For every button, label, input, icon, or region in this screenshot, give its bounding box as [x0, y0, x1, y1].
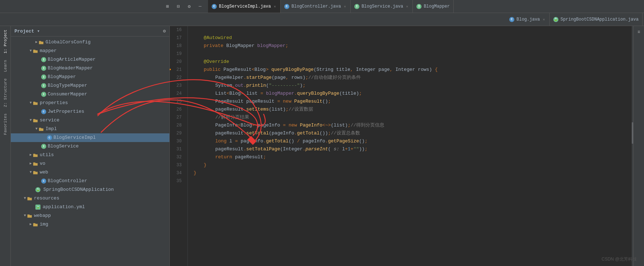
split-horizontal-icon[interactable]: ⊞	[163, 1, 173, 12]
tree-item-webapp[interactable]: ▼ webapp	[11, 211, 169, 220]
tab-blogcontroller[interactable]: C BlogController.java ✕	[281, 0, 351, 13]
tree-label-service: service	[40, 117, 60, 124]
code-line-21: public PageResult<Blog> queryBlogByPage(…	[194, 66, 632, 74]
code-line-26: pageResult.setItems(list);//设置数据	[194, 106, 632, 113]
code-line-29: pageResult.setTotal(pageInfo.getTotal())…	[194, 129, 632, 137]
folder-icon-globalcorsconfig	[38, 39, 44, 45]
tree-item-consumermapper[interactable]: I ConsumerMapper	[11, 90, 169, 99]
tabs-row2: C Blog.java ✕ 🍃 SpringBootCSDNApplicatio…	[253, 13, 644, 26]
tree-item-mapper[interactable]: ▼ mapper	[11, 47, 169, 55]
tree-item-service[interactable]: ▼ service	[11, 116, 169, 125]
sidebar-header: Project ▾ ⚙	[11, 26, 169, 37]
tree-item-blogheadermapper[interactable]: I BlogHeaderMapper	[11, 64, 169, 73]
code-line-33: }	[194, 161, 632, 169]
tab-close-blogcontroller[interactable]: ✕	[343, 4, 347, 9]
folder-icon-webapp	[27, 213, 33, 219]
tab-type-icon-blog: C	[509, 17, 514, 22]
line-num-33: 33	[170, 161, 185, 169]
code-line-22: PageHelper.startPage(page, rows);//自动创建好…	[194, 74, 632, 82]
tree-label-blogcontroller-tree: BlogController	[48, 177, 87, 185]
tree-item-blogtypemapper[interactable]: I BlogTypeMapper	[11, 81, 169, 90]
tree-item-blogcontroller-tree[interactable]: C BlogController	[11, 177, 169, 185]
tab-blogservice[interactable]: I BlogService.java ✕	[351, 0, 413, 13]
tree-label-mapper: mapper	[40, 47, 57, 55]
tree-label-blogheadermapper: BlogHeaderMapper	[48, 65, 93, 72]
line-num-29: 29	[170, 129, 185, 137]
tree-label-img: img	[40, 221, 48, 228]
settings-icon[interactable]: ⚙	[184, 1, 194, 12]
tree-label-consumermapper: ConsumerMapper	[48, 91, 87, 98]
tab-blogserviceimpl[interactable]: C BlogServiceImpl.java ✕	[208, 0, 281, 13]
tabs-row1: C BlogServiceImpl.java ✕ C BlogControlle…	[208, 0, 644, 13]
file-icon-blogservice-tree: I	[41, 144, 46, 149]
folder-icon-mapper	[33, 48, 38, 54]
folder-icon-service	[33, 117, 38, 123]
panel-learn-label[interactable]: Learn	[3, 59, 8, 73]
tab-bar-left-icons: ⊞ ⊟ ⚙ —	[0, 1, 208, 12]
tree-item-application-yml[interactable]: 🍃 application.yml	[11, 203, 169, 211]
tree-label-resources: resources	[34, 195, 59, 202]
tree-item-jwtproperties[interactable]: C JwtProperties	[11, 107, 169, 116]
right-panel-btn1[interactable]: ≡	[635, 28, 643, 36]
tab-close-blog[interactable]: ✕	[542, 17, 546, 22]
code-line-20: @Override	[194, 58, 632, 66]
tree-item-vo[interactable]: ▶ vo	[11, 159, 169, 168]
tree-item-blogservice-tree[interactable]: I BlogService	[11, 142, 169, 151]
code-content[interactable]: @Autowired private BlogMapper blogMapper…	[188, 26, 632, 266]
tree-item-blogmapper[interactable]: I BlogMapper	[11, 73, 169, 81]
file-icon-blogarticlemapper: I	[41, 57, 46, 62]
tab-type-icon-blogserviceimpl: C	[212, 4, 217, 9]
tab-close-blogserviceimpl[interactable]: ✕	[273, 4, 277, 9]
tab-label-blogmapper: BlogMapper	[424, 4, 450, 9]
editor-scrollbar[interactable]	[632, 26, 633, 266]
line-num-18: 18	[170, 42, 185, 50]
tab-blogmapper[interactable]: I BlogMapper	[413, 0, 454, 13]
code-line-27: //解析分页结果	[194, 113, 632, 121]
tree-item-resources[interactable]: ▼ resources	[11, 194, 169, 203]
tree-item-properties[interactable]: ▼ properties	[11, 99, 169, 107]
tree-item-utils[interactable]: ▶ utils	[11, 151, 169, 159]
folder-icon-web	[33, 170, 38, 175]
gear-icon[interactable]: ⚙	[163, 28, 166, 34]
folder-icon-resources	[27, 196, 33, 201]
tree-item-blogserviceimpl[interactable]: C BlogServiceImpl	[11, 133, 169, 142]
file-icon-blogtypemapper: I	[41, 83, 46, 88]
panel-favorites-label[interactable]: Favorites	[3, 112, 8, 136]
code-editor[interactable]: 16 17 18 19 20 21 22 23 24 25 26 27 28 2…	[170, 26, 633, 266]
minimize-icon[interactable]: —	[195, 1, 205, 12]
sidebar-title: Project ▾	[14, 28, 40, 34]
tree-item-img[interactable]: ▶ img	[11, 220, 169, 229]
file-icon-blogserviceimpl: C	[47, 135, 52, 140]
tree-item-web[interactable]: ▼ web	[11, 168, 169, 177]
code-line-17: @Autowired	[194, 34, 632, 42]
tab-type-icon-blogservice: I	[354, 4, 359, 9]
tab-type-icon-blogmapper: I	[416, 4, 422, 9]
tree-item-impl[interactable]: ▼ Impl	[11, 125, 169, 133]
panel-structure-label[interactable]: Z: Structure	[3, 77, 8, 108]
code-line-24: List<Blog> list = blogMapper.queryBlogBy…	[194, 90, 632, 98]
tree-label-blogservice-tree: BlogService	[48, 143, 79, 150]
file-icon-blogmapper: I	[41, 74, 46, 80]
sidebar-tree[interactable]: ▶ GlobalCorsConfig ▼ mapper	[11, 37, 169, 266]
tab-blog[interactable]: C Blog.java ✕	[506, 13, 550, 26]
tree-item-blogarticlemapper[interactable]: I BlogArticleMapper	[11, 55, 169, 64]
tree-label-properties: properties	[40, 99, 68, 107]
code-line-35	[194, 177, 632, 185]
tab-springbootapp[interactable]: 🍃 SpringBootCSDNApplication.java	[550, 13, 643, 26]
editor-scrollbar-thumb[interactable]	[632, 122, 633, 144]
line-num-16: 16	[170, 26, 185, 34]
line-num-24: 24	[170, 90, 185, 98]
folder-icon-img	[33, 222, 38, 227]
tab-close-blogservice[interactable]: ✕	[405, 4, 409, 9]
tree-item-globalcorsconfig[interactable]: ▶ GlobalCorsConfig	[11, 38, 169, 47]
tab-label-blogcontroller: BlogController.java	[291, 4, 341, 9]
folder-icon-utils	[33, 152, 38, 158]
file-icon-consumermapper: I	[41, 92, 46, 97]
line-num-27: 27	[170, 113, 185, 121]
panel-project-label[interactable]: 1: Project	[3, 28, 8, 55]
split-vertical-icon[interactable]: ⊟	[173, 1, 183, 12]
line-num-20: 20	[170, 58, 185, 66]
file-icon-blogcontroller-tree: C	[41, 179, 46, 184]
code-line-30: long l = pageInfo.getTotal() / pageInfo.…	[194, 137, 632, 145]
tree-item-springbootapp-tree[interactable]: 🍃 SpringBootCSDNApplication	[11, 185, 169, 194]
